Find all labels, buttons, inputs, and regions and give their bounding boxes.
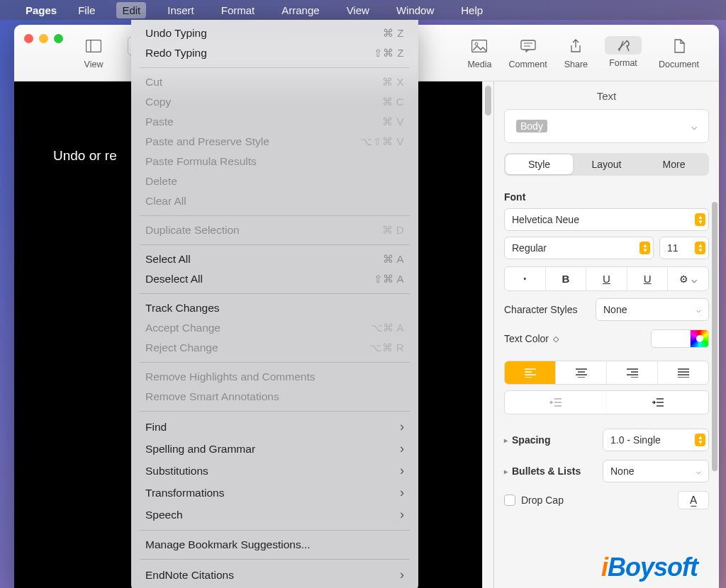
menu-item-track-changes[interactable]: Track Changes bbox=[131, 298, 418, 318]
menu-item-substitutions[interactable]: Substitutions› bbox=[131, 460, 418, 482]
bullets-disclosure[interactable]: ▸Bullets & Lists bbox=[504, 465, 581, 477]
tab-more[interactable]: More bbox=[640, 154, 708, 174]
menu-view[interactable]: View bbox=[341, 2, 375, 18]
menu-item-remove-highlights-and-comments: Remove Highlights and Comments bbox=[131, 367, 418, 387]
menu-item-manage-bookmark-suggestions-[interactable]: Manage Bookmark Suggestions... bbox=[131, 535, 418, 555]
app-name[interactable]: Pages bbox=[26, 4, 57, 16]
color-swatch-box[interactable] bbox=[651, 329, 691, 348]
spacing-disclosure[interactable]: ▸Spacing bbox=[504, 434, 550, 446]
color-wheel-icon[interactable] bbox=[691, 329, 709, 348]
menu-item-paste: Paste⌘ V bbox=[131, 112, 418, 132]
menu-file[interactable]: File bbox=[72, 2, 101, 18]
text-color-label: Text Color ◇ bbox=[504, 333, 559, 344]
watermark-logo: iBoysoft bbox=[601, 553, 698, 582]
menu-window[interactable]: Window bbox=[391, 2, 440, 18]
vertical-scrollbar[interactable] bbox=[482, 81, 493, 588]
inspector-title: Text bbox=[494, 81, 719, 109]
edit-menu-dropdown: Undo Typing⌘ ZRedo Typing⇧⌘ ZCut⌘ XCopy⌘… bbox=[131, 20, 418, 588]
menu-insert[interactable]: Insert bbox=[162, 2, 200, 18]
menu-item-speech[interactable]: Speech› bbox=[131, 504, 418, 526]
menu-item-cut: Cut⌘ X bbox=[131, 72, 418, 92]
menu-item-transformations[interactable]: Transformations› bbox=[131, 482, 418, 504]
menu-help[interactable]: Help bbox=[455, 2, 488, 18]
tab-layout[interactable]: Layout bbox=[573, 154, 640, 174]
subscript-button[interactable]: • bbox=[505, 267, 546, 290]
strikethrough-button[interactable]: U bbox=[627, 267, 669, 290]
comment-label: Comment bbox=[508, 60, 547, 69]
font-weight-select[interactable]: Regular ▲▼ bbox=[504, 237, 654, 259]
text-align-strip bbox=[504, 361, 709, 385]
indent-strip bbox=[504, 390, 709, 414]
menu-item-copy: Copy⌘ C bbox=[131, 92, 418, 112]
dropcap-label: Drop Cap bbox=[521, 494, 564, 506]
dropcap-checkbox[interactable] bbox=[504, 494, 515, 506]
font-style-strip: • B U U ⚙︎ ⌵ bbox=[504, 266, 709, 291]
menu-item-endnote-citations[interactable]: EndNote Citations› bbox=[131, 564, 418, 586]
align-center-button[interactable] bbox=[556, 361, 607, 384]
comment-button[interactable]: Comment bbox=[500, 36, 555, 69]
menu-item-undo-typing[interactable]: Undo Typing⌘ Z bbox=[131, 23, 418, 43]
underline-button[interactable]: U bbox=[586, 267, 627, 290]
menu-item-deselect-all[interactable]: Deselect All⇧⌘ A bbox=[131, 269, 418, 289]
maximize-button[interactable] bbox=[54, 34, 63, 43]
menu-format[interactable]: Format bbox=[216, 2, 261, 18]
font-section: Font Helvetica Neue ▲▼ Regular ▲▼ 11 ▲▼ bbox=[494, 191, 719, 519]
text-color-picker[interactable] bbox=[651, 329, 709, 348]
menu-item-remove-smart-annotations: Remove Smart Annotations bbox=[131, 387, 418, 407]
format-button[interactable]: Format bbox=[596, 36, 650, 69]
menu-item-spelling-and-grammar[interactable]: Spelling and Grammar› bbox=[131, 438, 418, 460]
bold-button[interactable]: B bbox=[546, 267, 587, 290]
outdent-button[interactable] bbox=[505, 391, 607, 414]
align-justify-button[interactable] bbox=[658, 361, 708, 384]
menu-item-paste-and-preserve-style: Paste and Preserve Style⌥⇧⌘ V bbox=[131, 132, 418, 152]
inspector-scrollbar[interactable] bbox=[712, 202, 717, 471]
spacing-select[interactable]: 1.0 - Single ▲▼ bbox=[603, 429, 709, 451]
document-button[interactable]: Document bbox=[650, 36, 708, 69]
svg-point-3 bbox=[475, 43, 478, 45]
inspector-tabs: Style Layout More bbox=[504, 153, 709, 176]
chevron-down-icon: ⌵ bbox=[691, 120, 697, 132]
paragraph-style-selector[interactable]: Body ⌵ bbox=[504, 109, 709, 143]
char-styles-label: Character Styles bbox=[504, 304, 577, 315]
minimize-button[interactable] bbox=[39, 34, 48, 43]
paragraph-style-name: Body bbox=[516, 120, 547, 132]
share-icon bbox=[566, 36, 586, 56]
menu-item-accept-change: Accept Change⌥⌘ A bbox=[131, 318, 418, 338]
sidebar-icon bbox=[84, 36, 104, 56]
comment-icon bbox=[518, 36, 538, 56]
dropcap-style-button[interactable]: A̲ bbox=[678, 491, 709, 509]
traffic-lights bbox=[24, 34, 63, 43]
media-label: Media bbox=[467, 60, 491, 69]
share-button[interactable]: Share bbox=[556, 36, 596, 69]
share-label: Share bbox=[564, 60, 588, 69]
format-icon bbox=[605, 36, 642, 55]
font-family-select[interactable]: Helvetica Neue ▲▼ bbox=[504, 208, 709, 231]
menu-arrange[interactable]: Arrange bbox=[276, 2, 325, 18]
menu-item-clear-all: Clear All bbox=[131, 191, 418, 211]
char-styles-select[interactable]: None ⌵ bbox=[596, 298, 709, 321]
svg-rect-4 bbox=[521, 40, 535, 50]
align-left-button[interactable] bbox=[505, 361, 556, 384]
format-label: Format bbox=[609, 58, 637, 68]
view-button[interactable]: View bbox=[75, 36, 112, 69]
menu-edit[interactable]: Edit bbox=[116, 2, 146, 18]
font-size-stepper[interactable]: 11 ▲▼ bbox=[659, 237, 709, 259]
view-label: View bbox=[84, 60, 104, 69]
format-inspector: Text Body ⌵ Style Layout More Font Helve… bbox=[493, 81, 719, 588]
menu-item-find[interactable]: Find› bbox=[131, 416, 418, 438]
document-label: Document bbox=[659, 60, 699, 69]
font-advanced-button[interactable]: ⚙︎ ⌵ bbox=[668, 267, 708, 290]
bullets-select[interactable]: None ⌵ bbox=[603, 460, 709, 482]
document-icon bbox=[669, 36, 689, 56]
canvas-text: Undo or re bbox=[53, 148, 117, 164]
indent-button[interactable] bbox=[607, 391, 708, 414]
align-right-button[interactable] bbox=[607, 361, 658, 384]
font-label: Font bbox=[504, 191, 709, 203]
menu-item-redo-typing[interactable]: Redo Typing⇧⌘ Z bbox=[131, 43, 418, 63]
menu-item-select-all[interactable]: Select All⌘ A bbox=[131, 249, 418, 269]
media-button[interactable]: Media bbox=[459, 36, 500, 69]
close-button[interactable] bbox=[24, 34, 33, 43]
menu-item-duplicate-selection: Duplicate Selection⌘ D bbox=[131, 220, 418, 240]
menubar: Pages File Edit Insert Format Arrange Vi… bbox=[0, 0, 726, 20]
tab-style[interactable]: Style bbox=[506, 154, 573, 174]
